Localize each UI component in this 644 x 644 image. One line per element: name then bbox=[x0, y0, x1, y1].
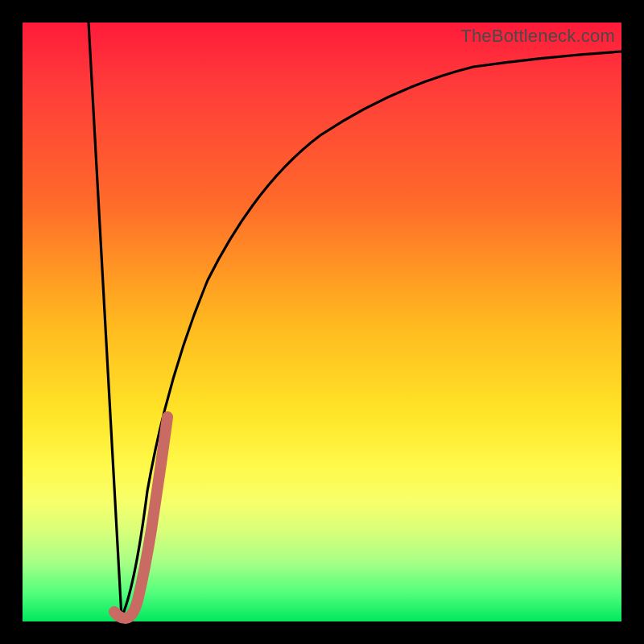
curve-layer bbox=[23, 23, 621, 621]
pink-highlight bbox=[114, 417, 167, 618]
black-curve bbox=[89, 23, 621, 617]
chart-frame: TheBottleneck.com bbox=[0, 0, 644, 644]
plot-area: TheBottleneck.com bbox=[23, 23, 621, 621]
